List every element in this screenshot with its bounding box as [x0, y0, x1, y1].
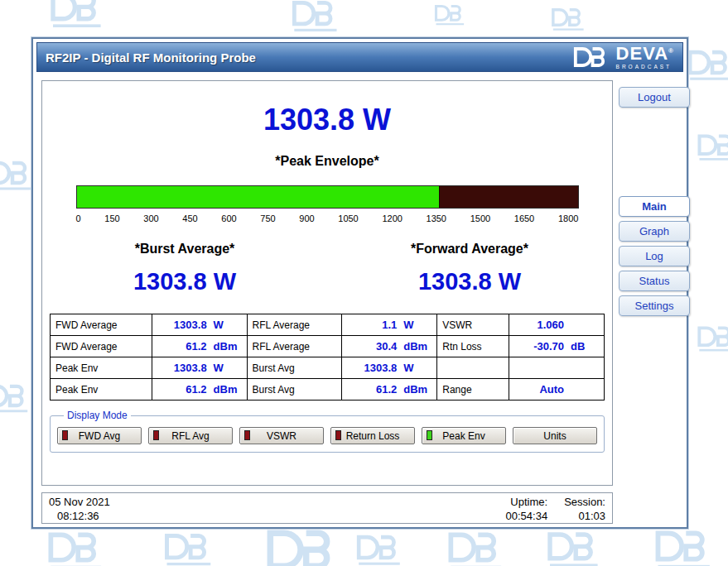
gauge-fill [77, 186, 440, 208]
gauge-scale: 0 150 300 450 600 750 900 1050 1200 1350… [76, 213, 579, 223]
display-mode-button-fwd-avg[interactable]: FWD Avg [57, 427, 142, 444]
reading-label: VSWR [437, 314, 509, 336]
display-mode-group: Display Mode FWD Avg RFL Avg VSWR Return… [50, 410, 605, 453]
deva-monogram-icon [572, 46, 610, 69]
reading-label: RFL Average [247, 314, 342, 336]
page-title: RF2IP - Digital RF Monitoring Probe [46, 50, 256, 65]
nav-tab-main[interactable]: Main [619, 196, 690, 217]
brand-watermark [446, 530, 509, 566]
reading-label: Peak Env [51, 357, 152, 379]
gauge-tick-label: 450 [182, 213, 197, 223]
reading-value: 30.4dBm [342, 336, 437, 357]
brand-watermark [545, 530, 605, 566]
forward-average-value: 1303.8 W [327, 268, 612, 295]
display-mode-button-rfl-avg[interactable]: RFL Avg [148, 427, 233, 444]
logout-button[interactable]: Logout [619, 87, 690, 108]
reading-label: FWD Average [51, 336, 152, 357]
led-indicator [335, 430, 341, 440]
reading-label: Burst Avg [247, 357, 342, 379]
reading-value: 1.060 [509, 314, 605, 336]
brand-watermark [162, 531, 217, 566]
status-time: 08:12:36 [57, 510, 110, 522]
reading-value: 61.2dBm [152, 379, 247, 401]
main-panel: 1303.8 W *Peak Envelope* 0 150 300 450 6… [41, 80, 613, 486]
brand-watermark [290, 0, 343, 33]
brand-watermark [48, 0, 108, 29]
reading-label [437, 357, 509, 379]
nav-tab-settings[interactable]: Settings [619, 295, 690, 316]
reading-label: FWD Average [51, 314, 152, 336]
title-bar: RF2IP - Digital RF Monitoring Probe DEVA… [36, 42, 683, 72]
brand-name: DEVA® [616, 45, 674, 63]
display-mode-button-vswr[interactable]: VSWR [239, 427, 324, 444]
brand-watermark [433, 3, 468, 26]
gauge-tick-label: 600 [221, 213, 236, 223]
burst-average-value: 1303.8 W [42, 268, 327, 295]
brand-watermark [354, 533, 406, 566]
peak-envelope-label: *Peak Envelope* [42, 154, 612, 169]
reading-label: Rtn Loss [437, 336, 509, 357]
status-date: 05 Nov 2021 [49, 496, 110, 508]
reading-value: -30.70dB [509, 336, 605, 357]
reading-value: 1303.8W [152, 314, 247, 336]
reading-value: 1.1W [342, 314, 437, 336]
reading-value: 1303.8W [342, 357, 437, 379]
peak-envelope-value: 1303.8 W [42, 103, 612, 137]
app-window: RF2IP - Digital RF Monitoring Probe DEVA… [31, 37, 688, 529]
display-mode-button-return-loss[interactable]: Return Loss [330, 427, 415, 444]
brand-watermark [686, 48, 728, 81]
uptime-value: 00:54:34 [506, 510, 548, 522]
gauge-tick-label: 1200 [382, 213, 402, 223]
display-mode-button-units[interactable]: Units [513, 427, 597, 444]
burst-average-label: *Burst Average* [42, 242, 327, 257]
brand-watermark [696, 132, 728, 161]
nav-tab-graph[interactable]: Graph [619, 221, 690, 242]
gauge-tick-label: 900 [299, 213, 314, 223]
uptime-label: Uptime: [506, 496, 548, 508]
nav-tab-status[interactable]: Status [619, 271, 690, 291]
table-row: Peak Env 1303.8W Burst Avg 1303.8W [51, 357, 605, 379]
status-bar: 05 Nov 2021 08:12:36 Uptime: 00:54:34 Se… [41, 492, 613, 524]
session-label: Session: [564, 496, 605, 508]
averages-row: *Burst Average* 1303.8 W *Forward Averag… [42, 242, 612, 295]
gauge-tick-label: 1050 [338, 213, 358, 223]
brand-watermark [653, 528, 717, 566]
reading-label: Burst Avg [247, 379, 342, 401]
gauge-bar [76, 185, 579, 209]
reading-value: Auto [509, 379, 605, 401]
table-row: FWD Average 61.2dBm RFL Average 30.4dBm … [51, 336, 605, 357]
reading-value: 61.2dBm [342, 379, 437, 401]
reading-label: Range [437, 379, 509, 401]
table-row: Peak Env 61.2dBm Burst Avg 61.2dBm Range… [51, 379, 605, 401]
led-indicator [153, 430, 159, 440]
session-value: 01:03 [564, 510, 605, 522]
table-row: FWD Average 1303.8W RFL Average 1.1W VSW… [51, 314, 605, 336]
brand-subtitle: BROADCAST [616, 65, 674, 70]
reading-value [509, 357, 605, 379]
brand-watermark [263, 526, 346, 566]
gauge-tick-label: 150 [104, 213, 119, 223]
led-indicator [427, 430, 432, 440]
brand-watermark [550, 7, 588, 31]
deva-logo: DEVA® BROADCAST [572, 45, 674, 70]
reading-value: 61.2dBm [152, 336, 247, 357]
brand-watermark [0, 382, 33, 414]
gauge-tick-label: 1650 [514, 213, 534, 223]
reading-label: Peak Env [51, 379, 152, 401]
gauge-tick-label: 1800 [558, 213, 578, 223]
nav-tab-log[interactable]: Log [619, 246, 690, 266]
led-indicator [244, 430, 250, 440]
gauge-tick-label: 1350 [427, 213, 446, 223]
gauge-tick-label: 300 [143, 213, 158, 223]
reading-value: 1303.8W [152, 357, 247, 379]
forward-average-label: *Forward Average* [327, 242, 612, 257]
power-gauge: 0 150 300 450 600 750 900 1050 1200 1350… [76, 185, 579, 223]
gauge-tick-label: 1500 [470, 213, 490, 223]
gauge-tick-label: 0 [76, 213, 81, 223]
led-indicator [62, 430, 68, 440]
brand-watermark [46, 530, 108, 566]
display-mode-button-peak-env[interactable]: Peak Env [422, 427, 506, 444]
display-mode-legend: Display Mode [64, 410, 131, 421]
brand-watermark [696, 324, 728, 353]
readings-table: FWD Average 1303.8W RFL Average 1.1W VSW… [50, 314, 605, 401]
